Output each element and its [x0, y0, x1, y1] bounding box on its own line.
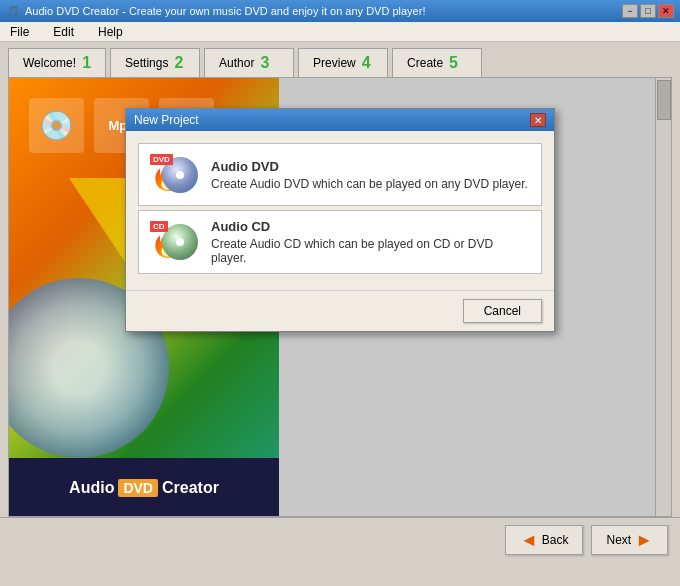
cd-icon-graphic: 🔥 CD: [150, 221, 198, 263]
dvd-icon-graphic: 🔥 DVD: [150, 154, 198, 196]
maximize-button[interactable]: □: [640, 4, 656, 18]
minimize-button[interactable]: −: [622, 4, 638, 18]
tab-welcome[interactable]: Welcome! 1: [8, 48, 106, 77]
menu-help[interactable]: Help: [92, 23, 129, 41]
cancel-button[interactable]: Cancel: [463, 299, 542, 323]
audio-dvd-option[interactable]: 🔥 DVD Audio DVD Create Audio DVD which c…: [138, 143, 542, 206]
next-label: Next: [606, 533, 631, 547]
tab-create-label: Create: [407, 56, 443, 70]
dialog-close-button[interactable]: ✕: [530, 113, 546, 127]
tab-author-label: Author: [219, 56, 254, 70]
dialog-title-bar: New Project ✕: [126, 109, 554, 131]
title-bar-left: 🎵 Audio DVD Creator - Create your own mu…: [6, 5, 425, 18]
back-button[interactable]: ◄ Back: [505, 525, 584, 555]
audio-cd-option[interactable]: 🔥 CD Audio CD Create Audio CD which can …: [138, 210, 542, 274]
tab-preview-label: Preview: [313, 56, 356, 70]
audio-cd-label: Audio CD: [211, 219, 531, 234]
window-title: Audio DVD Creator - Create your own musi…: [25, 5, 425, 17]
title-bar: 🎵 Audio DVD Creator - Create your own mu…: [0, 0, 680, 22]
next-arrow-icon: ►: [635, 531, 653, 549]
cd-label: CD: [150, 221, 168, 232]
dialog-body: 🔥 DVD Audio DVD Create Audio DVD which c…: [126, 131, 554, 290]
audio-dvd-description: Create Audio DVD which can be played on …: [211, 177, 531, 191]
audio-dvd-icon: 🔥 DVD: [149, 152, 199, 197]
tab-preview[interactable]: Preview 4: [298, 48, 388, 77]
title-bar-controls: − □ ✕: [622, 4, 674, 18]
tab-create-number: 5: [449, 54, 458, 72]
menu-file[interactable]: File: [4, 23, 35, 41]
audio-dvd-label: Audio DVD: [211, 159, 531, 174]
tab-settings-number: 2: [174, 54, 183, 72]
main-area: 💿 Mp3 WAV Audio DVD Creator New Proje: [8, 77, 672, 517]
dialog-overlay: New Project ✕ 🔥 DVD Audio DVD: [9, 78, 671, 516]
dvd-label: DVD: [150, 154, 173, 165]
app-icon: 🎵: [6, 5, 20, 18]
dialog-title: New Project: [134, 113, 199, 127]
tab-author[interactable]: Author 3: [204, 48, 294, 77]
next-button[interactable]: Next ►: [591, 525, 668, 555]
tab-bar: Welcome! 1 Settings 2 Author 3 Preview 4…: [0, 42, 680, 77]
back-arrow-icon: ◄: [520, 531, 538, 549]
new-project-dialog: New Project ✕ 🔥 DVD Audio DVD: [125, 108, 555, 332]
tab-welcome-label: Welcome!: [23, 56, 76, 70]
close-button[interactable]: ✕: [658, 4, 674, 18]
dialog-footer: Cancel: [126, 290, 554, 331]
menu-edit[interactable]: Edit: [47, 23, 80, 41]
audio-cd-icon: 🔥 CD: [149, 220, 199, 265]
tab-author-number: 3: [260, 54, 269, 72]
tab-preview-number: 4: [362, 54, 371, 72]
tab-settings[interactable]: Settings 2: [110, 48, 200, 77]
audio-cd-description: Create Audio CD which can be played on C…: [211, 237, 531, 265]
tab-settings-label: Settings: [125, 56, 168, 70]
audio-dvd-text: Audio DVD Create Audio DVD which can be …: [211, 159, 531, 191]
audio-cd-text: Audio CD Create Audio CD which can be pl…: [211, 219, 531, 265]
tab-welcome-number: 1: [82, 54, 91, 72]
back-label: Back: [542, 533, 569, 547]
tab-create[interactable]: Create 5: [392, 48, 482, 77]
menu-bar: File Edit Help: [0, 22, 680, 42]
bottom-bar: ◄ Back Next ►: [0, 517, 680, 561]
